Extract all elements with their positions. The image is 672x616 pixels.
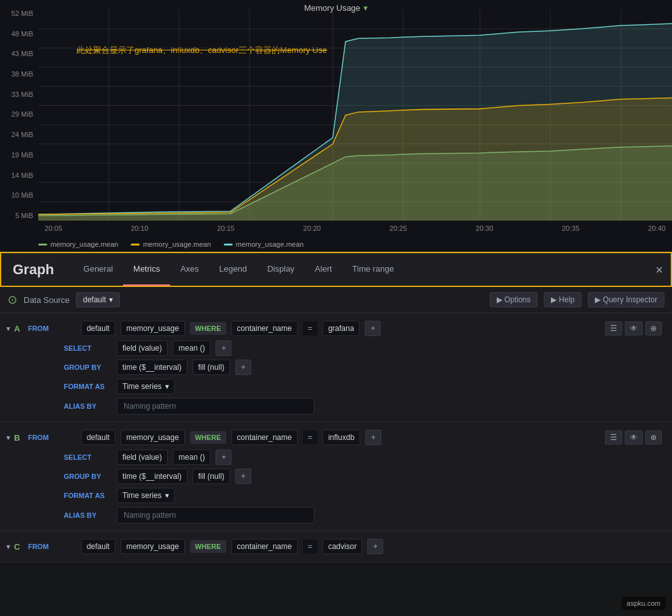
query-a-arrow-icon: ▼	[5, 325, 11, 332]
tab-legend[interactable]: Legend	[209, 253, 257, 286]
query-a-field-value[interactable]: field (value)	[117, 341, 168, 356]
query-b-default-field[interactable]: default	[81, 430, 115, 445]
dropdown-arrow-icon: ▾	[109, 295, 113, 304]
query-b-format-select[interactable]: Time series ▾	[117, 488, 175, 503]
x-axis: 20:05 20:10 20:15 20:20 20:25 20:30 20:3…	[38, 224, 672, 232]
query-a-value-field[interactable]: grafana	[323, 321, 360, 336]
query-a-groupby-label: GROUP BY	[64, 363, 112, 371]
query-b-formatas-row: FORMAT AS Time series ▾	[0, 486, 672, 505]
query-inspector-button[interactable]: ▶ Query Inspector	[588, 292, 664, 307]
tab-axes[interactable]: Axes	[170, 253, 209, 286]
query-a-time-field[interactable]: time ($__interval)	[117, 360, 187, 375]
query-c-equals: =	[303, 539, 318, 554]
datasource-select[interactable]: default ▾	[76, 292, 120, 307]
query-a-format-select[interactable]: Time series ▾	[117, 379, 175, 394]
query-a-add-condition-button[interactable]: +	[365, 321, 381, 336]
tab-time-range[interactable]: Time range	[342, 253, 404, 286]
query-a-row-actions: ☰ 👁 ⊕	[605, 321, 662, 335]
chart-svg	[38, 10, 672, 221]
query-row-c: ▼ C FROM default memory_usage WHERE cont…	[0, 531, 672, 562]
panel-editor: Graph General Metrics Axes Legend Displa…	[0, 252, 672, 287]
query-row-b: ▼ B FROM default memory_usage WHERE cont…	[0, 422, 672, 531]
query-b-condition-field[interactable]: container_name	[231, 430, 298, 445]
legend-color-cadvisor	[224, 244, 233, 246]
query-b-time-field[interactable]: time ($__interval)	[117, 469, 187, 484]
query-a-add-select-button[interactable]: +	[215, 341, 231, 356]
query-c-condition-field[interactable]: container_name	[231, 539, 298, 554]
query-b-add-condition-button[interactable]: +	[365, 430, 381, 445]
query-c-toggle[interactable]: ▼ C	[5, 542, 23, 552]
query-b-toggle[interactable]: ▼ B	[5, 433, 23, 443]
format-dropdown-icon: ▾	[165, 382, 169, 391]
tab-list: General Metrics Axes Legend Display Aler…	[73, 253, 404, 286]
query-b-arrow-icon: ▼	[5, 434, 11, 441]
query-b-measurement-field[interactable]: memory_usage	[121, 430, 185, 445]
tab-general[interactable]: General	[73, 253, 123, 286]
tab-alert[interactable]: Alert	[305, 253, 342, 286]
query-c-default-field[interactable]: default	[81, 539, 115, 554]
query-a-select-label: SELECT	[64, 344, 112, 352]
query-b-alias-row: ALIAS BY	[0, 505, 672, 525]
query-a-mean-field[interactable]: mean ()	[173, 341, 210, 356]
query-b-groupby-row: GROUP BY time ($__interval) fill (null) …	[0, 467, 672, 486]
query-b-fill-field[interactable]: fill (null)	[193, 469, 230, 484]
query-c-value-field[interactable]: cadvisor	[323, 539, 363, 554]
query-b-groupby-label: GROUP BY	[64, 473, 112, 480]
query-a-add-groupby-button[interactable]: +	[235, 360, 251, 375]
query-a-formatas-label: FORMAT AS	[64, 383, 112, 390]
query-a-select-row: SELECT field (value) mean () +	[0, 339, 672, 358]
query-a-condition-field[interactable]: container_name	[231, 321, 298, 336]
query-a-toggle[interactable]: ▼ A	[5, 324, 23, 334]
query-b-row-actions: ☰ 👁 ⊕	[605, 430, 662, 444]
query-c-add-condition-button[interactable]: +	[367, 539, 383, 554]
query-b-where-badge: WHERE	[190, 431, 226, 444]
query-a-measurement-field[interactable]: memory_usage	[121, 321, 185, 336]
query-a-letter: A	[14, 324, 23, 334]
tab-metrics[interactable]: Metrics	[123, 253, 170, 286]
query-a-formatas-row: FORMAT AS Time series ▾	[0, 377, 672, 396]
legend-item-0: memory_usage.mean	[38, 240, 118, 248]
svg-marker-20	[38, 146, 672, 221]
query-b-equals: =	[303, 430, 318, 444]
y-axis: 52 MiB 48 MiB 43 MiB 38 MiB 33 MiB 29 Mi…	[0, 10, 38, 219]
query-b-letter: B	[14, 433, 23, 443]
query-b-add-groupby-button[interactable]: +	[235, 469, 251, 484]
tab-display[interactable]: Display	[257, 253, 305, 286]
options-button[interactable]: ▶ Options	[490, 292, 538, 307]
query-b-add-select-button[interactable]: +	[215, 450, 231, 465]
query-c-arrow-icon: ▼	[5, 543, 11, 550]
query-a-menu-button[interactable]: ☰	[605, 321, 622, 335]
queries-area: ▼ A FROM default memory_usage WHERE cont…	[0, 313, 672, 562]
query-a-alias-input[interactable]	[117, 398, 314, 414]
query-a-groupby-row: GROUP BY time ($__interval) fill (null) …	[0, 358, 672, 377]
query-b-select-row: SELECT field (value) mean () +	[0, 448, 672, 467]
legend-color-influxdb	[131, 244, 140, 246]
close-button[interactable]: ×	[655, 262, 663, 277]
format-b-dropdown-icon: ▾	[165, 491, 169, 500]
query-a-default-field[interactable]: default	[81, 321, 115, 336]
query-b-field-value[interactable]: field (value)	[117, 450, 168, 465]
panel-title: Graph	[6, 261, 61, 278]
legend-color-grafana	[38, 244, 47, 246]
query-b-mean-field[interactable]: mean ()	[173, 450, 210, 465]
data-source-label: Data Source	[24, 295, 69, 305]
query-a-from-label: FROM	[28, 325, 76, 332]
query-a-equals: =	[303, 321, 318, 335]
query-b-value-field[interactable]: influxdb	[323, 430, 360, 445]
query-b-from-label: FROM	[28, 434, 76, 441]
query-a-fill-field[interactable]: fill (null)	[193, 360, 230, 375]
query-row-a: ▼ A FROM default memory_usage WHERE cont…	[0, 313, 672, 422]
query-b-alias-input[interactable]	[117, 507, 314, 524]
query-b-copy-button[interactable]: ⊕	[645, 430, 662, 444]
query-a-copy-button[interactable]: ⊕	[645, 321, 662, 335]
query-a-from-row: ▼ A FROM default memory_usage WHERE cont…	[0, 318, 672, 339]
query-b-formatas-label: FORMAT AS	[64, 492, 112, 499]
query-b-menu-button[interactable]: ☰	[605, 430, 622, 444]
query-b-toggle-vis-button[interactable]: 👁	[625, 430, 643, 444]
query-a-toggle-vis-button[interactable]: 👁	[625, 321, 643, 335]
chart-container: 52 MiB 48 MiB 43 MiB 38 MiB 33 MiB 29 Mi…	[0, 0, 672, 252]
help-button[interactable]: ▶ Help	[544, 292, 581, 307]
query-c-from-row: ▼ C FROM default memory_usage WHERE cont…	[0, 536, 672, 557]
query-c-measurement-field[interactable]: memory_usage	[121, 539, 185, 554]
legend-item-2: memory_usage.mean	[224, 240, 303, 248]
